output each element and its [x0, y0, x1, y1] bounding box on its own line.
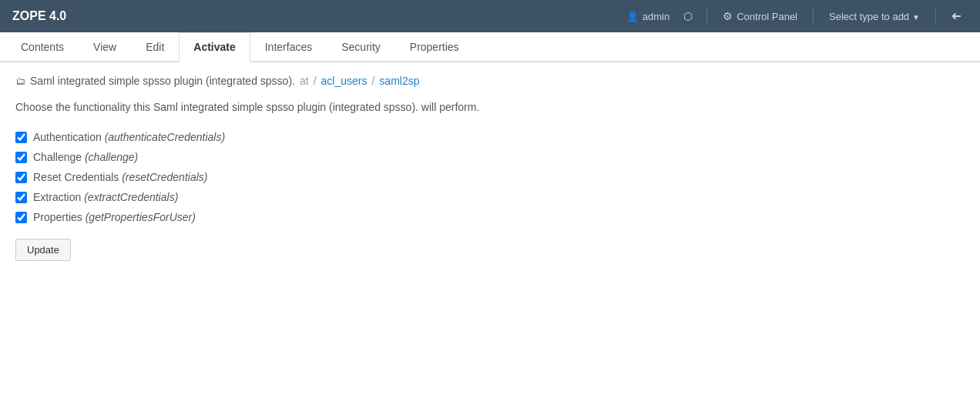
functionality-list: Authentication (authenticateCredentials)…	[15, 131, 965, 223]
auth-checkbox[interactable]	[15, 132, 27, 143]
auth-method: (authenticateCredentials)	[105, 131, 225, 143]
tab-security[interactable]: Security	[327, 32, 395, 62]
list-item: Reset Credentials (resetCredentials)	[15, 171, 965, 183]
topbar-divider	[706, 8, 707, 24]
user-menu[interactable]: admin	[626, 11, 670, 22]
reset-method: (resetCredentials)	[122, 171, 207, 183]
back-arrow-icon	[951, 10, 962, 23]
list-item: Properties (getPropertiesForUser)	[15, 211, 965, 223]
auth-label[interactable]: Authentication (authenticateCredentials)	[33, 131, 225, 143]
select-type-dropdown[interactable]: Select type to add	[823, 8, 926, 25]
main-content: Saml integrated simple spsso plugin (int…	[0, 62, 980, 273]
reset-checkbox[interactable]	[15, 172, 27, 183]
tab-activate[interactable]: Activate	[179, 32, 250, 62]
extraction-label-text: Extraction	[33, 191, 84, 203]
tab-properties[interactable]: Properties	[395, 32, 474, 62]
list-item: Extraction (extractCredentials)	[15, 191, 965, 203]
tab-edit[interactable]: Edit	[131, 32, 179, 62]
properties-checkbox[interactable]	[15, 212, 27, 223]
topbar-divider2	[813, 8, 814, 24]
extraction-label[interactable]: Extraction (extractCredentials)	[33, 191, 178, 203]
breadcrumb-saml2sp[interactable]: saml2sp	[379, 75, 419, 87]
topbar-right: admin Control Panel Select type to add	[626, 6, 968, 27]
extraction-method: (extractCredentials)	[84, 191, 178, 203]
extraction-checkbox[interactable]	[15, 192, 27, 203]
tab-contents[interactable]: Contents	[6, 32, 79, 62]
control-panel-label: Control Panel	[737, 11, 797, 22]
reset-label[interactable]: Reset Credentials (resetCredentials)	[33, 171, 207, 183]
breadcrumb-plugin-name: Saml integrated simple spsso plugin (int…	[30, 75, 295, 87]
reset-label-text: Reset Credentials	[33, 171, 122, 183]
challenge-checkbox[interactable]	[15, 152, 27, 163]
back-button[interactable]	[945, 6, 968, 27]
folder-icon	[15, 75, 25, 87]
tab-view[interactable]: View	[79, 32, 131, 62]
tab-interfaces[interactable]: Interfaces	[250, 32, 327, 62]
app-title: ZOPE 4.0	[12, 9, 626, 23]
breadcrumb-slash2: /	[371, 75, 374, 87]
auth-label-text: Authentication	[33, 131, 105, 143]
page-description: Choose the functionality this Saml integ…	[15, 99, 965, 115]
breadcrumb: Saml integrated simple spsso plugin (int…	[15, 75, 965, 87]
breadcrumb-sep1: at	[300, 75, 309, 87]
list-item: Authentication (authenticateCredentials)	[15, 131, 965, 143]
breadcrumb-acl-users[interactable]: acl_users	[321, 75, 368, 87]
challenge-method: (challenge)	[85, 151, 138, 163]
properties-method: (getPropertiesForUser)	[86, 211, 196, 223]
challenge-label-text: Challenge	[33, 151, 85, 163]
properties-label-text: Properties	[33, 211, 86, 223]
user-label: admin	[643, 11, 670, 22]
chevron-down-icon	[912, 11, 920, 22]
list-item: Challenge (challenge)	[15, 151, 965, 163]
sitemap-icon	[683, 9, 693, 23]
update-button[interactable]: Update	[15, 239, 71, 261]
tabbar: Contents View Edit Activate Interfaces S…	[0, 32, 980, 62]
sitemap-button[interactable]	[679, 6, 697, 26]
topbar-divider3	[935, 8, 936, 24]
challenge-label[interactable]: Challenge (challenge)	[33, 151, 138, 163]
gear-icon	[723, 10, 733, 22]
breadcrumb-slash1: /	[314, 75, 317, 87]
control-panel-link[interactable]: Control Panel	[717, 7, 804, 25]
properties-label[interactable]: Properties (getPropertiesForUser)	[33, 211, 196, 223]
topbar: ZOPE 4.0 admin Control Panel Select type…	[0, 0, 980, 32]
user-icon	[626, 11, 639, 22]
select-type-label: Select type to add	[829, 11, 909, 22]
